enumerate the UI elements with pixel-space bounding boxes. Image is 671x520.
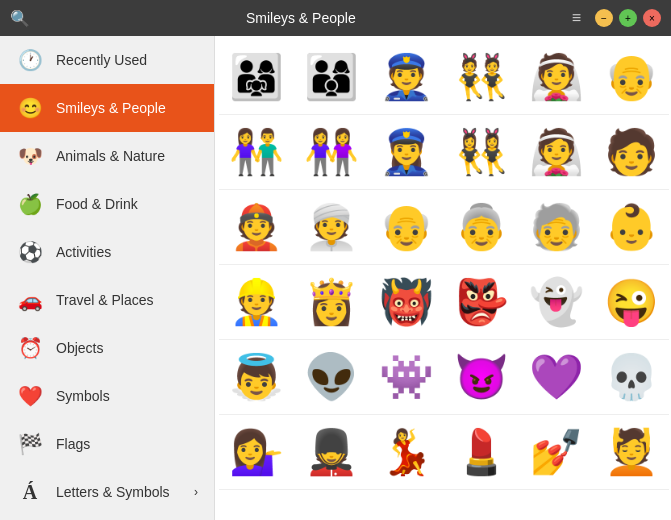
emoji-cell[interactable]: 👯‍♀️ [444,115,519,190]
emoji-cell[interactable]: 💃 [369,415,444,490]
sidebar-label-travel-places: Travel & Places [56,292,154,308]
letters-symbols-icon: Á [16,481,44,504]
emoji-cell[interactable]: 👺 [444,265,519,340]
sidebar-item-activities[interactable]: ⚽ Activities [0,228,214,276]
titlebar: 🔍 Smileys & People ≡ − + × [0,0,671,36]
emoji-cell[interactable]: 👨‍👩‍👦 [294,40,369,115]
emoji-cell[interactable]: 👾 [369,340,444,415]
menu-icon[interactable]: ≡ [572,9,581,27]
emoji-grid: 👨‍👩‍👧 👨‍👩‍👦 👮 👯 👰 👴 👫 👭 👮‍♀️ 👯‍♀️ 👰 🧑 👲 … [219,40,667,490]
emoji-cell[interactable]: 💄 [444,415,519,490]
emoji-cell[interactable]: 👲 [219,190,294,265]
flags-icon: 🏁 [16,432,44,456]
emoji-cell[interactable]: 👽 [294,340,369,415]
sidebar-label-flags: Flags [56,436,90,452]
emoji-cell[interactable]: 💜 [519,340,594,415]
sidebar-label-recently-used: Recently Used [56,52,147,68]
emoji-cell[interactable]: 👰 [519,40,594,115]
emoji-cell[interactable]: 👸 [294,265,369,340]
food-drink-icon: 🍏 [16,192,44,216]
sidebar-label-objects: Objects [56,340,103,356]
emoji-cell[interactable]: 👵 [444,190,519,265]
objects-icon: ⏰ [16,336,44,360]
emoji-cell[interactable]: 👷 [219,265,294,340]
emoji-cell[interactable]: 👻 [519,265,594,340]
minimize-button[interactable]: − [595,9,613,27]
emoji-cell[interactable]: 👨‍👩‍👧 [219,40,294,115]
sidebar-item-recently-used[interactable]: 🕐 Recently Used [0,36,214,84]
sidebar-item-animals-nature[interactable]: 🐶 Animals & Nature [0,132,214,180]
window-title: Smileys & People [246,10,356,26]
recently-used-icon: 🕐 [16,48,44,72]
emoji-cell[interactable]: 👮 [369,40,444,115]
symbols-icon: ❤️ [16,384,44,408]
sidebar-item-objects[interactable]: ⏰ Objects [0,324,214,372]
maximize-button[interactable]: + [619,9,637,27]
smileys-people-icon: 😊 [16,96,44,120]
travel-places-icon: 🚗 [16,288,44,312]
main-area: 🕐 Recently Used 😊 Smileys & People 🐶 Ani… [0,36,671,520]
emoji-cell[interactable]: 👴 [369,190,444,265]
emoji-cell[interactable]: 👶 [594,190,669,265]
emoji-cell[interactable]: 💆 [594,415,669,490]
emoji-cell[interactable]: 💁‍♀️ [219,415,294,490]
sidebar-label-activities: Activities [56,244,111,260]
emoji-cell[interactable]: 👹 [369,265,444,340]
sidebar-label-letters-symbols: Letters & Symbols [56,484,170,500]
sidebar-item-symbols[interactable]: ❤️ Symbols [0,372,214,420]
sidebar-item-smileys-people[interactable]: 😊 Smileys & People [0,84,214,132]
emoji-cell[interactable]: 👭 [294,115,369,190]
emoji-cell[interactable]: 🧑 [594,115,669,190]
close-button[interactable]: × [643,9,661,27]
emoji-cell[interactable]: 👼 [219,340,294,415]
emoji-cell[interactable]: 😈 [444,340,519,415]
emoji-cell[interactable]: 🧓 [519,190,594,265]
search-icon[interactable]: 🔍 [10,9,30,28]
emoji-cell[interactable]: 👮‍♀️ [369,115,444,190]
emoji-cell[interactable]: 👫 [219,115,294,190]
emoji-cell[interactable]: 💅 [519,415,594,490]
activities-icon: ⚽ [16,240,44,264]
sidebar-label-animals-nature: Animals & Nature [56,148,165,164]
window-controls: ≡ − + × [572,9,661,27]
sidebar-label-smileys-people: Smileys & People [56,100,166,116]
letters-symbols-arrow-icon: › [194,485,198,499]
sidebar-label-symbols: Symbols [56,388,110,404]
sidebar-item-food-drink[interactable]: 🍏 Food & Drink [0,180,214,228]
sidebar-item-letters-symbols[interactable]: Á Letters & Symbols › [0,468,214,516]
emoji-cell[interactable]: 😜 [594,265,669,340]
emoji-panel: 👨‍👩‍👧 👨‍👩‍👦 👮 👯 👰 👴 👫 👭 👮‍♀️ 👯‍♀️ 👰 🧑 👲 … [215,36,671,520]
emoji-cell[interactable]: 👴 [594,40,669,115]
sidebar-item-flags[interactable]: 🏁 Flags [0,420,214,468]
emoji-cell[interactable]: 💀 [594,340,669,415]
emoji-cell[interactable]: 👳 [294,190,369,265]
emoji-cell[interactable]: 👰 [519,115,594,190]
sidebar: 🕐 Recently Used 😊 Smileys & People 🐶 Ani… [0,36,215,520]
emoji-cell[interactable]: 👯 [444,40,519,115]
sidebar-label-food-drink: Food & Drink [56,196,138,212]
sidebar-item-travel-places[interactable]: 🚗 Travel & Places [0,276,214,324]
emoji-cell[interactable]: 💂 [294,415,369,490]
animals-nature-icon: 🐶 [16,144,44,168]
